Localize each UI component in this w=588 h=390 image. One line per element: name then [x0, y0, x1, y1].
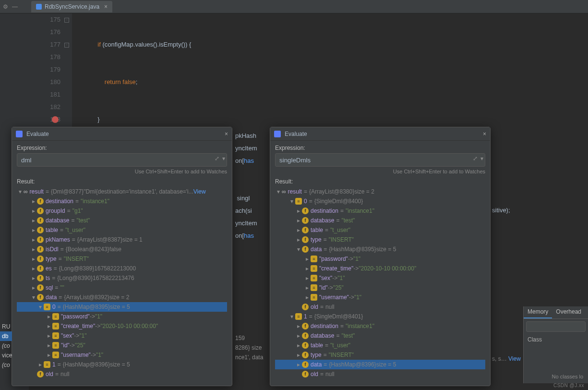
tree-row: ▾≡0={SingleDml@8400} [275, 196, 485, 206]
tree-row[interactable]: ▸≡"id" -> "25" [275, 283, 485, 292]
code-area[interactable]: if (configMap.values().isEmpty()) { retu… [72, 13, 588, 129]
tree-row[interactable]: ▸fdatabase="test" [275, 331, 485, 341]
tree-row[interactable]: ▸ftable="t_user" [275, 341, 485, 350]
expand-icon[interactable]: ⤢ [215, 155, 219, 162]
tree-row[interactable]: ▸ftype="INSERT" [275, 350, 485, 360]
tree-row[interactable]: ▸fdatabase="test" [17, 216, 227, 225]
result-label: Result: [17, 178, 227, 185]
tree-row: ▾∞result={ArrayList@8380} size = 2 [275, 187, 485, 196]
tree-row: ▾∞result={Dml@8377} "Dml{destination='in… [17, 187, 227, 196]
tree-row: fold=null [275, 302, 485, 312]
hint-text: Use Ctrl+Shift+Enter to add to Watches [275, 169, 485, 174]
result-tree[interactable]: ▾∞result={Dml@8377} "Dml{destination='in… [17, 187, 227, 379]
intellij-icon [274, 131, 281, 137]
left-debug-fragment: RU db (co vice (co [0, 322, 12, 370]
close-icon[interactable]: × [225, 131, 228, 137]
expression-input[interactable] [275, 153, 485, 167]
tree-row: ▾≡0={HashMap@8395} size = 5 [17, 302, 227, 312]
tree-row[interactable]: ▸fdestination="instance1" [17, 196, 227, 206]
tab-filename: RdbSyncService.java [45, 3, 99, 10]
tree-row[interactable]: ▸fdatabase="test" [275, 216, 485, 225]
tree-row: fold=null [275, 369, 485, 379]
dialog-title: Evaluate [285, 131, 307, 137]
tree-row[interactable]: ▸≡"sex" -> "1" [275, 273, 485, 283]
tree-row[interactable]: ▸≡"password" -> "1" [275, 254, 485, 264]
tree-row[interactable]: ▸≡"create_time" -> "2020-10-10 00:00:00" [275, 264, 485, 273]
result-tree[interactable]: ▾∞result={ArrayList@8380} size = 2 ▾≡0={… [275, 187, 485, 379]
tree-row: fold=null [17, 369, 227, 379]
tab-overhead[interactable]: Overhead [552, 306, 585, 318]
dialog-titlebar[interactable]: Evaluate × [270, 127, 490, 141]
dialog-titlebar[interactable]: Evaluate × [12, 127, 232, 141]
minimize-icon[interactable]: — [12, 3, 18, 10]
tree-row[interactable]: ▸fdestination="instance1" [275, 321, 485, 331]
no-classes-text: No classes lo [548, 372, 587, 381]
gear-icon[interactable]: ⚙ [3, 3, 8, 10]
evaluate-dialog-left: Evaluate × Expression: ⤢▾ Use Ctrl+Shift… [12, 127, 232, 386]
tab-memory[interactable]: Memory [524, 306, 552, 318]
tree-row[interactable]: ▸ftable="t_user" [17, 225, 227, 235]
tree-row: ▸≡1={HashMap@8396} size = 5 [17, 360, 227, 369]
background-code: sitive); [492, 207, 510, 214]
tree-row[interactable]: ▸ftype="INSERT" [275, 235, 485, 244]
close-icon[interactable]: × [483, 131, 486, 137]
tree-row[interactable]: ▸≡"id" -> "25" [17, 341, 227, 350]
tree-row[interactable]: ▸≡"password" -> "1" [17, 312, 227, 321]
dialog-title: Evaluate [26, 131, 49, 137]
watermark: CSDN @J.xx [553, 383, 584, 388]
expression-input[interactable] [17, 153, 227, 167]
tree-row: ▾≡1={SingleDml@8401} [275, 312, 485, 321]
tree-row[interactable]: ▸≡"username" -> "1" [275, 292, 485, 302]
memory-search-input[interactable] [526, 321, 586, 332]
background-code: pkHash yncItem on[has singl ach(si yncIt… [235, 130, 257, 242]
chevron-down-icon[interactable]: ▾ [222, 155, 225, 162]
breakpoint-icon[interactable] [52, 116, 59, 123]
hint-text: Use Ctrl+Shift+Enter to add to Watches [17, 169, 227, 174]
editor-tab[interactable]: RdbSyncService.java × [31, 1, 112, 12]
title-bar: ⚙ — RdbSyncService.java × [0, 0, 588, 13]
tree-row[interactable]: ▸fgroupId="g1" [17, 206, 227, 216]
chevron-down-icon[interactable]: ▾ [480, 155, 483, 162]
expression-label: Expression: [275, 145, 485, 151]
tree-row[interactable]: ▸fsql="" [17, 283, 227, 292]
tree-row[interactable]: ▸fts={Long@8390} 1675822213476 [17, 273, 227, 283]
background-code: s, s… View [492, 355, 521, 362]
tree-row[interactable]: ▸fdata={HashMap@8396} size = 5 [275, 360, 485, 369]
tree-row[interactable]: ▸fisDdl={Boolean@8243} false [17, 244, 227, 254]
java-file-icon [36, 4, 42, 10]
tree-row[interactable]: ▸ftable="t_user" [275, 225, 485, 235]
tree-row[interactable]: ▸ftype="INSERT" [17, 254, 227, 264]
close-tab-icon[interactable]: × [104, 3, 108, 10]
line-number-gutter: 175 176 177 178 179 180 181 182 183 [29, 13, 72, 129]
tree-row[interactable]: ▸≡"sex" -> "1" [17, 331, 227, 341]
expand-icon[interactable]: ⤢ [473, 155, 478, 162]
tree-row[interactable]: ▾fdata={ArrayList@8392} size = 2 [17, 292, 227, 302]
tree-row[interactable]: ▸fes={Long@8389} 1675822213000 [17, 264, 227, 273]
tree-row[interactable]: ▸≡"username" -> "1" [17, 350, 227, 360]
fold-marker[interactable]: − [64, 18, 69, 23]
fold-marker[interactable]: − [64, 43, 69, 48]
result-label: Result: [275, 178, 485, 185]
expression-label: Expression: [17, 145, 227, 151]
tree-row[interactable]: ▸fpkNames={ArrayList@8387} size = 1 [17, 235, 227, 244]
code-editor[interactable]: 175 176 177 178 179 180 181 182 183 − − … [29, 13, 588, 129]
memory-panel: Memory Overhead Class No classes lo [523, 306, 588, 383]
tree-row[interactable]: ▸≡"create_time" -> "2020-10-10 00:00:00" [17, 321, 227, 331]
tree-row[interactable]: ▾fdata={HashMap@8395} size = 5 [275, 244, 485, 254]
evaluate-dialog-right: Evaluate × Expression: ⤢▾ Use Ctrl+Shift… [270, 127, 491, 386]
tree-row[interactable]: ▸fdestination="instance1" [275, 206, 485, 216]
class-column-header: Class [524, 334, 588, 345]
intellij-icon [16, 131, 23, 137]
mid-debug-fragment: 159 8286} size nce1', data [235, 333, 263, 362]
